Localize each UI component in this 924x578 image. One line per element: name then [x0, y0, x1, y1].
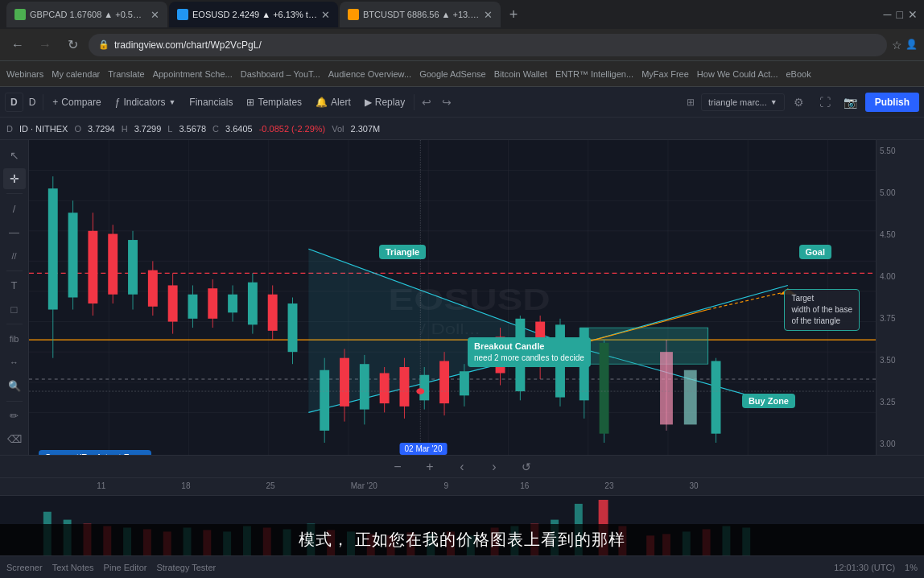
time-label-2: 18 [181, 481, 190, 490]
new-tab-button[interactable]: + [502, 3, 525, 26]
tab-gbp-close[interactable]: ✕ [151, 9, 159, 21]
strategy-tester-label: Strategy Tester [156, 563, 216, 572]
svg-rect-66 [399, 367, 409, 407]
bottom-status-bar: Screener Text Notes Pine Editor Strategy… [0, 555, 924, 578]
text-tool[interactable]: T [3, 275, 26, 296]
bookmark-adsense[interactable]: Google AdSense [419, 69, 486, 79]
eraser-tool[interactable]: ⌫ [3, 429, 26, 450]
templates-label: Templates [258, 97, 302, 108]
zoom-tool[interactable]: 🔍 [3, 376, 26, 397]
time-label-8: 30 [690, 481, 699, 490]
svg-rect-42 [148, 270, 158, 307]
redo-button[interactable]: ↪ [437, 93, 456, 112]
tab-gbp-label: GBPCAD 1.67608 ▲ +0.56%... [30, 10, 146, 19]
bookmark-audience[interactable]: Audience Overview... [328, 69, 411, 79]
chart-canvas-area[interactable]: EOSUSD / Doll... Triangle Breakout Candl… [29, 140, 876, 455]
svg-rect-52 [248, 283, 258, 325]
svg-rect-38 [108, 234, 118, 295]
shape-selector[interactable]: triangle marc... ▼ [701, 93, 785, 111]
bookmark-bitcoin[interactable]: Bitcoin Wallet [494, 69, 547, 79]
channel-tool[interactable]: // [3, 246, 26, 266]
measure-tool[interactable]: ↔ [3, 352, 26, 373]
ohlc-o: O [74, 124, 81, 134]
compare-icon: + [52, 97, 58, 108]
svg-rect-36 [88, 231, 97, 303]
tab-btc-close[interactable]: ✕ [484, 9, 493, 21]
zoom-in-button[interactable]: + [420, 457, 439, 477]
zoom-out-button[interactable]: − [388, 457, 407, 477]
bookmark-entr[interactable]: ENTR™ Intelligen... [555, 69, 633, 79]
compare-label: Compare [61, 97, 101, 108]
fib-tool[interactable]: fib [3, 328, 26, 349]
bookmark-webinars[interactable]: Webinars [6, 69, 43, 79]
text-notes-button[interactable]: Text Notes [52, 563, 94, 572]
back-button[interactable]: ← [6, 34, 29, 56]
browser-chrome: GBPCAD 1.67608 ▲ +0.56%... ✕ EOSUSD 2.42… [0, 0, 924, 29]
snapshot-icon[interactable]: 📷 [839, 91, 862, 114]
svg-rect-44 [168, 285, 178, 321]
settings-icon[interactable]: ⚙ [788, 91, 811, 114]
undo-button[interactable]: ↩ [417, 93, 436, 112]
profile-icon[interactable]: 👤 [905, 39, 918, 52]
tool-sep-1 [6, 193, 23, 194]
bookmark-calendar[interactable]: My calendar [52, 69, 100, 79]
bookmark-ebook[interactable]: eBook [786, 69, 811, 79]
cursor-tool[interactable]: ↖ [3, 145, 26, 166]
replay-button[interactable]: ▶ Replay [358, 93, 411, 111]
time-label-3: 25 [266, 481, 275, 490]
breakout-body: need 2 more candles to decide [474, 353, 584, 364]
star-icon[interactable]: ☆ [892, 39, 902, 52]
next-bar-button[interactable]: › [485, 457, 504, 477]
horizontal-tool[interactable]: — [3, 222, 26, 243]
bottom-nav-controls: − + ‹ › ↺ [0, 455, 924, 477]
indicators-icon: ƒ [115, 97, 121, 108]
tab-eos[interactable]: EOSUSD 2.4249 ▲ +6.13% tri... ✕ [169, 2, 338, 27]
close-window-button[interactable]: ✕ [908, 8, 918, 21]
fullscreen-icon[interactable]: ⛶ [814, 91, 836, 114]
bookmark-dashboard[interactable]: Dashboard – YouT... [241, 69, 320, 79]
tab-eos-close[interactable]: ✕ [321, 9, 330, 21]
indicators-button[interactable]: ƒ Indicators ▼ [109, 93, 183, 111]
pine-editor-button[interactable]: Pine Editor [104, 563, 147, 572]
templates-button[interactable]: ⊞ Templates [240, 93, 308, 111]
svg-rect-68 [419, 375, 429, 401]
alert-icon: 🔔 [316, 97, 328, 108]
forward-button[interactable]: → [34, 34, 56, 56]
reset-view-button[interactable]: ↺ [517, 457, 536, 477]
support-annotation: Support/Resistant Zone [39, 450, 151, 455]
timeframe-D-button[interactable]: D [24, 93, 41, 111]
indicators-label: Indicators [123, 97, 165, 108]
financials-button[interactable]: Financials [183, 93, 239, 111]
strategy-tester-button[interactable]: Strategy Tester [156, 563, 216, 572]
bookmark-myfax[interactable]: MyFax Free [641, 69, 689, 79]
zoom-display: 1% [905, 563, 918, 572]
svg-rect-70 [439, 361, 449, 403]
time-tooltip: 02 Mar '20 [400, 443, 448, 455]
bookmark-appt[interactable]: Appointment Sche... [153, 69, 233, 79]
tab-btc[interactable]: BTCUSDT 6886.56 ▲ +13.43% m... ✕ [340, 2, 501, 27]
chart-body: ↖ ✛ / — // T □ fib ↔ 🔍 ✏ ⌫ [0, 140, 924, 455]
tab-gbp[interactable]: GBPCAD 1.67608 ▲ +0.56%... ✕ [6, 2, 167, 27]
minimize-button[interactable]: ─ [884, 8, 892, 21]
url-bar[interactable]: 🔒 tradingview.com/chart/Wp2VcPgL/ [89, 34, 887, 56]
reload-button[interactable]: ↻ [61, 34, 84, 56]
svg-rect-87 [684, 370, 697, 425]
prev-bar-button[interactable]: ‹ [452, 457, 472, 477]
maximize-button[interactable]: □ [897, 8, 903, 21]
tool-sep-4 [6, 401, 23, 402]
alert-button[interactable]: 🔔 Alert [309, 93, 357, 111]
brush-tool[interactable]: ✏ [3, 406, 26, 427]
screener-button[interactable]: Screener [6, 563, 43, 572]
extensions-area: ☆ 👤 [892, 39, 918, 52]
svg-rect-56 [288, 303, 298, 352]
bookmark-translate[interactable]: Translate [108, 69, 144, 79]
publish-button[interactable]: Publish [865, 93, 919, 112]
compare-button[interactable]: + Compare [46, 93, 107, 111]
chart-layout-button[interactable]: ⊞ [683, 93, 698, 111]
crosshair-tool[interactable]: ✛ [3, 168, 26, 189]
timeframe-selector[interactable]: D [5, 93, 23, 112]
tool-sep-2 [6, 270, 23, 271]
bookmark-how[interactable]: How We Could Act... [697, 69, 778, 79]
trendline-tool[interactable]: / [3, 198, 26, 219]
shape-tool[interactable]: □ [3, 299, 26, 320]
